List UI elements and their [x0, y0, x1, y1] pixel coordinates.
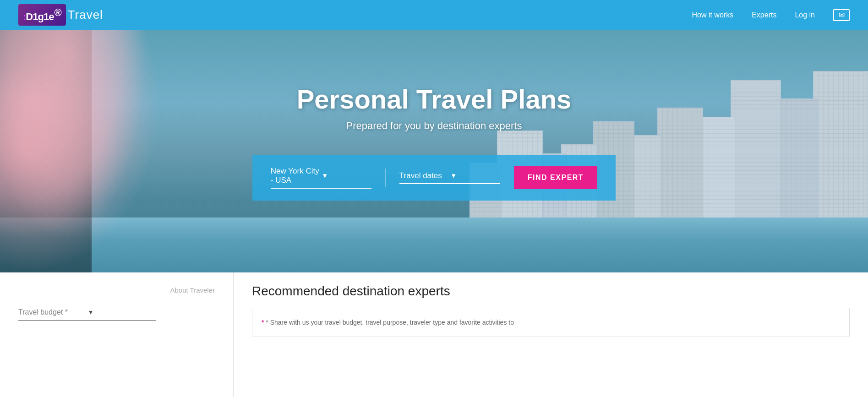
left-panel: About Traveler Travel budget * ▾	[0, 272, 234, 397]
travel-budget-arrow: ▾	[89, 308, 156, 316]
search-divider	[385, 169, 386, 187]
logo-reg: ®	[54, 7, 61, 18]
logo-box: :D1g1e®	[18, 4, 66, 25]
destination-value: New York City - USA	[271, 167, 319, 185]
header-nav: How it works Experts Log in	[692, 9, 850, 21]
find-expert-button[interactable]: FIND EXPERT	[514, 166, 597, 189]
right-panel: Recommended destination experts * * Shar…	[234, 272, 868, 397]
recommended-title: Recommended destination experts	[252, 284, 850, 299]
logo-brand: D1g1e	[26, 11, 54, 22]
search-bar: New York City - USA ▾ Travel dates ▾ FIN…	[252, 155, 616, 201]
nav-login[interactable]: Log in	[795, 11, 815, 19]
info-text-content: * Share with us your travel budget, trav…	[266, 319, 514, 326]
logo-text: :D1g1e®	[23, 11, 61, 22]
asterisk-mark: *	[262, 319, 266, 326]
travel-dates-value: Travel dates	[399, 171, 448, 180]
about-traveler-label: About Traveler	[18, 286, 215, 294]
nav-how-it-works[interactable]: How it works	[692, 11, 733, 19]
info-box: * * Share with us your travel budget, tr…	[252, 308, 850, 337]
travel-budget-row[interactable]: Travel budget * ▾	[18, 308, 156, 321]
logo-travel: Travel	[68, 8, 103, 22]
hero-content: Personal Travel Plans Prepared for you b…	[0, 30, 868, 272]
hero-subtitle: Prepared for you by destination experts	[346, 120, 522, 132]
header: :D1g1e® Travel How it works Experts Log …	[0, 0, 868, 30]
hero-section: Personal Travel Plans Prepared for you b…	[0, 30, 868, 272]
bottom-section: About Traveler Travel budget * ▾ Recomme…	[0, 272, 868, 397]
info-text: * * Share with us your travel budget, tr…	[262, 317, 840, 327]
destination-dropdown[interactable]: New York City - USA ▾	[271, 167, 371, 189]
logo-container[interactable]: :D1g1e® Travel	[18, 4, 103, 25]
hero-title: Personal Travel Plans	[297, 84, 572, 114]
destination-dropdown-arrow: ▾	[323, 171, 371, 180]
nav-experts[interactable]: Experts	[752, 11, 776, 19]
travel-budget-label: Travel budget *	[18, 308, 85, 316]
travel-dates-dropdown[interactable]: Travel dates ▾	[399, 171, 500, 184]
mail-icon[interactable]	[833, 9, 850, 21]
travel-dates-dropdown-arrow: ▾	[452, 171, 500, 180]
